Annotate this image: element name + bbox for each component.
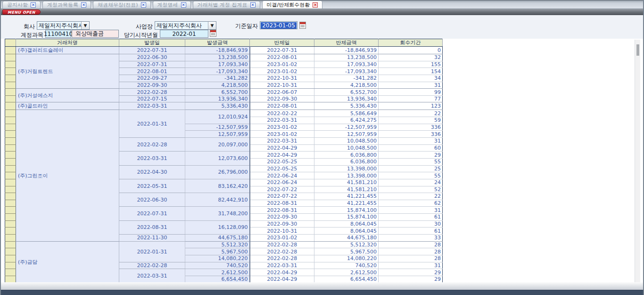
- occurrence-amount-cell[interactable]: 14,080,220: [185, 255, 250, 262]
- row-header-cell[interactable]: [5, 124, 16, 131]
- settlement-date-cell[interactable]: 2022-04-29: [250, 144, 314, 152]
- settlement-amount-cell[interactable]: 13,398,000: [314, 165, 379, 172]
- settlement-date-cell[interactable]: 2022-05-25: [250, 165, 314, 172]
- settlement-amount-cell[interactable]: -18,846,939: [314, 47, 379, 54]
- collection-days-cell[interactable]: 28: [379, 241, 443, 248]
- settlement-amount-cell[interactable]: 10,048,500: [314, 144, 379, 152]
- account-code-input[interactable]: 11100410: [45, 30, 71, 38]
- column-header[interactable]: 반제일: [250, 39, 314, 47]
- collection-days-cell[interactable]: 29: [379, 276, 443, 282]
- occurrence-amount-cell[interactable]: 12,073,600: [185, 152, 250, 165]
- row-header-cell[interactable]: [5, 95, 16, 102]
- row-header-cell[interactable]: [5, 276, 16, 282]
- settlement-date-cell[interactable]: 2022-09-30: [250, 214, 314, 221]
- column-header[interactable]: 반제금액: [314, 39, 379, 47]
- collection-days-cell[interactable]: 60: [379, 144, 443, 152]
- row-header-cell[interactable]: [5, 235, 16, 242]
- collection-days-cell[interactable]: 33: [379, 235, 443, 242]
- settlement-date-cell[interactable]: 2022-03-31: [250, 138, 314, 145]
- collection-days-cell[interactable]: 55: [379, 158, 443, 165]
- settlement-date-cell[interactable]: 2022-04-29: [250, 152, 314, 159]
- settlement-amount-cell[interactable]: 12,507,959: [314, 131, 379, 138]
- occurrence-amount-cell[interactable]: 6,654,450: [185, 276, 250, 282]
- settlement-amount-cell[interactable]: 17,093,340: [314, 61, 379, 68]
- calendar-icon[interactable]: [299, 22, 306, 29]
- occurrence-date-cell[interactable]: 2022-01-31: [119, 241, 185, 262]
- occurrence-amount-cell[interactable]: 13,238,500: [185, 54, 250, 61]
- settlement-date-cell[interactable]: 2023-01-02: [250, 124, 314, 131]
- occurrence-amount-cell[interactable]: 2,612,500: [185, 269, 250, 276]
- settlement-date-cell[interactable]: 2022-05-25: [250, 158, 314, 165]
- settlement-amount-cell[interactable]: -17,093,340: [314, 68, 379, 75]
- settlement-date-cell[interactable]: 2022-10-31: [250, 75, 314, 82]
- occurrence-amount-cell[interactable]: 4,218,500: [185, 82, 250, 89]
- row-header-cell[interactable]: [5, 68, 16, 75]
- occurrence-date-cell[interactable]: 2022-09-27: [119, 75, 185, 82]
- row-header-cell[interactable]: [5, 193, 16, 200]
- occurrence-amount-cell[interactable]: 16,128,090: [185, 220, 250, 234]
- occurrence-date-cell[interactable]: 2022-08-01: [119, 68, 185, 75]
- settlement-date-cell[interactable]: 2022-06-07: [250, 89, 314, 96]
- collection-days-cell[interactable]: 30: [379, 220, 443, 228]
- settlement-amount-cell[interactable]: 6,552,700: [314, 89, 379, 96]
- column-header[interactable]: 회수기간: [379, 39, 443, 47]
- row-header-cell[interactable]: [5, 255, 16, 262]
- settlement-date-cell[interactable]: 2022-07-22: [250, 193, 314, 200]
- collection-days-cell[interactable]: 29: [379, 152, 443, 159]
- occurrence-date-cell[interactable]: 2022-01-31: [119, 110, 185, 138]
- tab-0[interactable]: 공지사항×: [2, 1, 41, 8]
- settlement-amount-cell[interactable]: 41,581,210: [314, 186, 379, 193]
- occurrence-amount-cell[interactable]: 6,552,700: [185, 89, 250, 96]
- settlement-date-cell[interactable]: 2022-08-31: [250, 207, 314, 214]
- row-header-cell[interactable]: [5, 61, 16, 68]
- settlement-amount-cell[interactable]: 6,036,800: [314, 152, 379, 159]
- column-header[interactable]: 발생금액: [185, 39, 250, 47]
- settlement-amount-cell[interactable]: 13,238,500: [314, 54, 379, 61]
- row-header-cell[interactable]: [5, 47, 16, 54]
- collection-days-cell[interactable]: 34: [379, 75, 443, 82]
- settlement-amount-cell[interactable]: 44,675,180: [314, 235, 379, 242]
- occurrence-amount-cell[interactable]: 44,675,180: [185, 235, 250, 242]
- collection-days-cell[interactable]: 55: [379, 172, 443, 179]
- collection-days-cell[interactable]: 28: [379, 248, 443, 255]
- settlement-date-cell[interactable]: 2022-06-24: [250, 172, 314, 179]
- row-header-cell[interactable]: [5, 214, 16, 221]
- tab-close-icon[interactable]: ×: [250, 2, 256, 8]
- settlement-amount-cell[interactable]: 8,064,045: [314, 220, 379, 228]
- settlement-date-cell[interactable]: 2022-08-01: [250, 102, 314, 110]
- settlement-amount-cell[interactable]: 10,048,500: [314, 138, 379, 145]
- row-header-cell[interactable]: [5, 248, 16, 255]
- settlement-amount-cell[interactable]: 41,221,455: [314, 193, 379, 200]
- start-month-input[interactable]: 2022-01: [160, 30, 208, 38]
- occurrence-date-cell[interactable]: 2022-07-31: [119, 47, 185, 54]
- occurrence-amount-cell[interactable]: 12,507,959: [185, 131, 250, 138]
- collection-days-cell[interactable]: 154: [379, 68, 443, 75]
- settlement-date-cell[interactable]: 2022-02-22: [250, 110, 314, 117]
- settlement-amount-cell[interactable]: 14,080,220: [314, 255, 379, 262]
- row-header-cell[interactable]: [5, 241, 16, 248]
- settlement-date-cell[interactable]: 2022-09-30: [250, 95, 314, 102]
- tab-close-icon[interactable]: ×: [31, 2, 36, 8]
- tab-close-icon[interactable]: ×: [141, 2, 146, 8]
- settlement-amount-cell[interactable]: 41,221,455: [314, 200, 379, 207]
- chevron-down-icon[interactable]: ▼: [208, 22, 216, 29]
- site-select[interactable]: 제일저지주식회사 ▼: [155, 21, 216, 30]
- row-header-cell[interactable]: [5, 117, 16, 124]
- account-name-field[interactable]: 외상매출금: [72, 30, 119, 38]
- tab-3[interactable]: 계정명세×: [153, 1, 191, 8]
- collection-days-cell[interactable]: 31: [379, 207, 443, 214]
- occurrence-amount-cell[interactable]: -12,507,959: [185, 124, 250, 131]
- row-header-cell[interactable]: [5, 165, 16, 172]
- settlement-amount-cell[interactable]: 4,218,500: [314, 82, 379, 89]
- calendar-icon[interactable]: [210, 30, 216, 37]
- occurrence-amount-cell[interactable]: -341,282: [185, 75, 250, 82]
- settlement-amount-cell[interactable]: 13,936,340: [314, 95, 379, 102]
- vertical-scrollbar[interactable]: [635, 40, 640, 282]
- occurrence-amount-cell[interactable]: 83,162,420: [185, 179, 250, 193]
- occurrence-amount-cell[interactable]: 740,520: [185, 262, 250, 269]
- collection-days-cell[interactable]: 123: [379, 102, 443, 110]
- settlement-date-cell[interactable]: 2022-07-22: [250, 186, 314, 193]
- settlement-date-cell[interactable]: 2023-01-02: [250, 61, 314, 68]
- occurrence-date-cell[interactable]: 2022-03-31: [119, 269, 185, 282]
- occurrence-date-cell[interactable]: 2022-03-31: [119, 152, 185, 165]
